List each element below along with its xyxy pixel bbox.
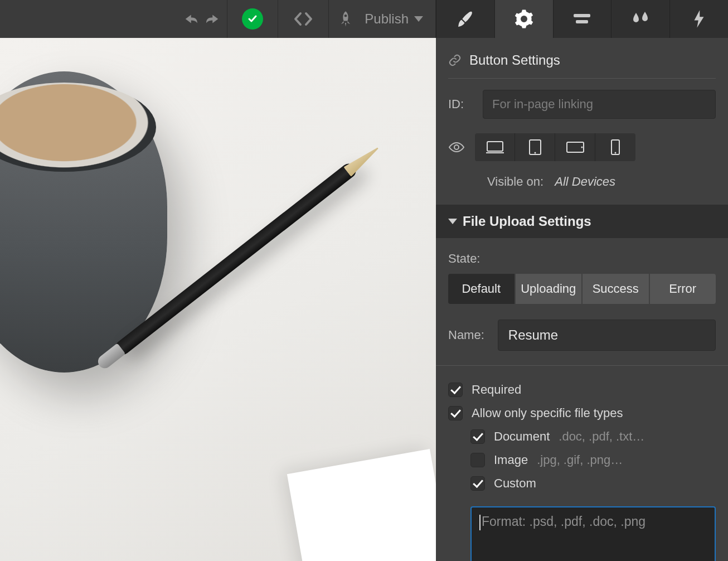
file-upload-heading-label: File Upload Settings	[463, 214, 591, 229]
tab-style[interactable]	[436, 0, 494, 38]
rocket-icon	[338, 11, 353, 27]
top-toolbar: Publish	[0, 0, 728, 38]
allow-only-checkbox[interactable]: Allow only specific file types	[448, 402, 716, 425]
svg-point-7	[534, 152, 536, 154]
svg-rect-1	[574, 14, 590, 17]
filetype-custom-label: Custom	[494, 476, 536, 491]
tab-settings[interactable]	[494, 0, 553, 38]
id-label: ID:	[448, 97, 473, 112]
allow-only-label: Allow only specific file types	[472, 406, 623, 420]
rocket-button[interactable]	[329, 0, 362, 38]
svg-point-11	[615, 152, 617, 154]
status-check-button[interactable]	[227, 0, 278, 38]
settings-panel: Button Settings ID: Visible on:	[436, 38, 728, 561]
filetype-document-label: Document	[494, 429, 550, 444]
required-label: Required	[472, 383, 521, 397]
panel-tabs	[436, 0, 728, 38]
device-tablet-landscape[interactable]	[555, 133, 595, 161]
device-desktop[interactable]	[475, 133, 515, 161]
custom-formats-placeholder: Format: .psd, .pdf, .doc, .png	[482, 514, 646, 529]
main-area: Button Settings ID: Visible on:	[0, 38, 728, 561]
publish-dropdown[interactable]: Publish	[362, 0, 435, 38]
svg-point-0	[344, 14, 347, 17]
canvas-preview[interactable]	[0, 38, 436, 561]
state-success[interactable]: Success	[583, 274, 649, 304]
filetype-image-hint: .jpg, .gif, .png…	[537, 453, 623, 467]
filetype-document-hint: .doc, .pdf, .txt…	[559, 429, 644, 444]
collapse-triangle-icon	[448, 219, 457, 224]
droplets-icon	[631, 11, 650, 27]
chevron-down-icon	[414, 16, 423, 22]
code-button[interactable]	[278, 0, 328, 38]
svg-rect-4	[487, 142, 503, 151]
visible-on-value: All Devices	[555, 175, 615, 188]
name-input[interactable]	[498, 320, 716, 351]
state-uploading[interactable]: Uploading	[516, 274, 582, 304]
required-checkbox[interactable]: Required	[448, 378, 716, 402]
layout-icon	[572, 11, 591, 27]
brush-icon	[456, 9, 475, 28]
filetype-custom-checkbox[interactable]: Custom	[470, 472, 716, 495]
state-error[interactable]: Error	[650, 274, 716, 304]
bolt-icon	[692, 9, 706, 28]
redo-icon[interactable]	[203, 12, 220, 26]
visibility-icon	[448, 141, 465, 153]
name-label: Name:	[448, 328, 484, 342]
filetype-document-checkbox[interactable]: Document .doc, .pdf, .txt…	[470, 425, 716, 448]
state-default[interactable]: Default	[448, 274, 515, 304]
filetype-image-label: Image	[494, 453, 528, 467]
svg-point-3	[454, 145, 459, 149]
code-icon	[293, 11, 313, 27]
device-mobile[interactable]	[595, 133, 635, 161]
device-tablet[interactable]	[515, 133, 555, 161]
button-settings-header: Button Settings	[448, 38, 716, 79]
publish-label: Publish	[365, 11, 409, 27]
checkbox-icon	[470, 429, 485, 444]
id-input[interactable]	[483, 90, 716, 119]
tab-effects[interactable]	[611, 0, 669, 38]
svg-point-9	[581, 147, 583, 148]
filetype-image-checkbox[interactable]: Image .jpg, .gif, .png…	[470, 448, 716, 472]
link-icon	[448, 54, 462, 67]
toolbar-left: Publish	[0, 0, 436, 38]
checkbox-icon	[470, 453, 485, 467]
text-caret	[479, 515, 481, 530]
device-visibility-group	[475, 133, 635, 161]
visible-on-label: Visible on:	[487, 175, 543, 188]
gear-icon	[514, 9, 534, 29]
tab-interactions[interactable]	[669, 0, 728, 38]
state-label: State:	[448, 252, 480, 265]
checkbox-icon	[448, 406, 463, 420]
tab-layout[interactable]	[553, 0, 611, 38]
check-circle-icon	[242, 8, 263, 30]
undo-icon[interactable]	[183, 12, 200, 26]
svg-rect-5	[486, 152, 504, 153]
checkbox-icon	[470, 476, 485, 491]
svg-rect-2	[576, 20, 588, 23]
undo-redo-group	[177, 0, 227, 38]
state-segmented-control: Default Uploading Success Error	[448, 274, 716, 304]
file-upload-settings-heading[interactable]: File Upload Settings	[436, 205, 728, 238]
button-settings-title: Button Settings	[469, 52, 560, 68]
checkbox-icon	[448, 383, 463, 397]
custom-formats-input[interactable]: Format: .psd, .pdf, .doc, .png	[470, 506, 716, 561]
